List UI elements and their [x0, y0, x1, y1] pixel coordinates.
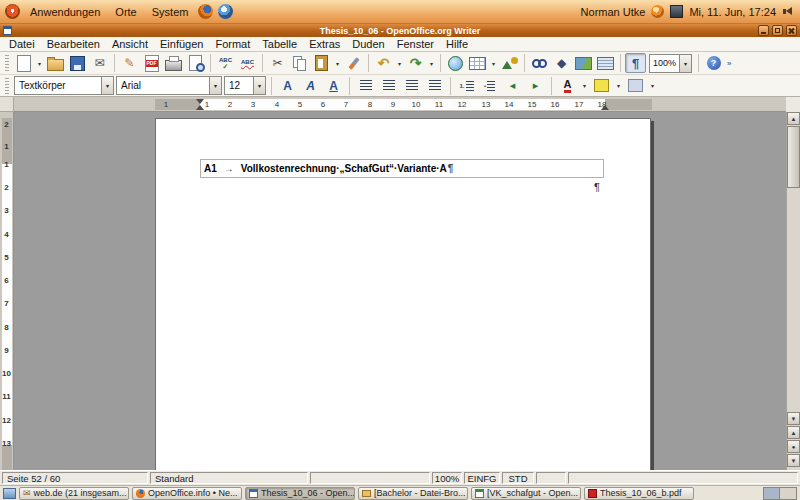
vertical-ruler[interactable]: 2 1 1 2 3 4 5 6 7 8 9 10 11 12 13 [0, 112, 14, 470]
hyperlink-button[interactable] [445, 53, 466, 73]
insert-table-button[interactable] [467, 53, 488, 73]
panel-clock[interactable]: Mi, 11. Jun, 17:24 [689, 6, 776, 18]
window-titlebar[interactable]: Thesis_10_06 - OpenOffice.org Writer [0, 24, 800, 37]
network-tray-icon[interactable] [670, 5, 683, 18]
style-dropdown-icon[interactable]: ▾ [101, 77, 113, 94]
update-notifier-icon[interactable] [651, 5, 664, 18]
task-button-browser[interactable]: OpenOffice.info • Ne... [132, 487, 242, 500]
next-page-button[interactable]: ▼ [787, 454, 800, 467]
paragraph-style-combo[interactable]: Textkörper ▾ [14, 76, 114, 95]
document-page[interactable]: A1 → Vollkostenrechnung·„SchafGut“·Varia… [155, 118, 651, 470]
font-size-combo[interactable]: 12 ▾ [224, 76, 266, 95]
font-dropdown-icon[interactable]: ▾ [209, 77, 221, 94]
bold-button[interactable]: A [277, 76, 298, 96]
workspace-1[interactable] [764, 488, 780, 499]
email-document-button[interactable]: ✉ [89, 53, 110, 73]
navigator-button[interactable]: ◆ [551, 53, 572, 73]
panel-menu-system[interactable]: System [147, 4, 194, 20]
insert-table-dropdown[interactable]: ▾ [489, 53, 498, 73]
undo-button[interactable]: ↶ [373, 53, 394, 73]
paste-button[interactable] [311, 53, 332, 73]
zoom-dropdown-icon[interactable]: ▾ [679, 55, 691, 72]
bullet-list-button[interactable]: • [479, 76, 500, 96]
navigation-button[interactable]: ● [787, 440, 800, 453]
status-page-style[interactable]: Standard [150, 472, 308, 484]
task-button-filebrowser[interactable]: [Bachelor - Datei-Bro... [358, 487, 468, 500]
zoom-combo[interactable]: 100% ▾ [649, 54, 692, 73]
autospellcheck-button[interactable]: ABC [237, 53, 258, 73]
background-color-dropdown[interactable]: ▾ [648, 76, 657, 96]
user-switcher-label[interactable]: Norman Utke [581, 6, 646, 18]
menu-einfuegen[interactable]: Einfügen [154, 38, 209, 50]
draw-functions-button[interactable] [499, 53, 520, 73]
highlighting-button[interactable] [591, 76, 612, 96]
toolbar-drag-handle[interactable] [5, 78, 9, 94]
panel-menu-orte[interactable]: Orte [110, 4, 141, 20]
horizontal-ruler[interactable]: 1 1 2 3 4 5 6 7 8 9 10 11 12 13 14 15 16… [14, 97, 786, 112]
numbered-list-button[interactable]: 1. [456, 76, 477, 96]
task-button-thesis[interactable]: Thesis_10_06 - Open... [245, 487, 355, 500]
panel-menu-anwendungen[interactable]: Anwendungen [25, 4, 105, 20]
menu-datei[interactable]: Datei [3, 38, 41, 50]
menu-extras[interactable]: Extras [303, 38, 346, 50]
highlighting-dropdown[interactable]: ▾ [614, 76, 623, 96]
export-pdf-button[interactable]: PDF [141, 53, 162, 73]
paste-dropdown[interactable]: ▾ [333, 53, 342, 73]
spellcheck-button[interactable]: ABC [215, 53, 236, 73]
print-button[interactable] [163, 53, 184, 73]
previous-page-button[interactable]: ▲ [787, 426, 800, 439]
increase-indent-button[interactable]: ▸ [525, 76, 546, 96]
menu-fenster[interactable]: Fenster [391, 38, 440, 50]
edit-file-button[interactable]: ✎ [119, 53, 140, 73]
italic-button[interactable]: A [300, 76, 321, 96]
firefox-launcher-icon[interactable] [198, 4, 213, 19]
help-button[interactable]: ? [703, 53, 724, 73]
status-zoom[interactable]: 100% [432, 472, 462, 484]
document-table-row[interactable]: A1 → Vollkostenrechnung·„SchafGut“·Varia… [200, 159, 604, 178]
new-document-button[interactable] [13, 53, 34, 73]
menu-ansicht[interactable]: Ansicht [106, 38, 154, 50]
workspace-2[interactable] [780, 488, 796, 499]
page-preview-button[interactable] [185, 53, 206, 73]
toolbar-overflow-button[interactable]: » [727, 59, 731, 68]
status-page-number[interactable]: Seite 52 / 60 [2, 472, 148, 484]
font-color-button[interactable]: A [557, 76, 578, 96]
status-selection-mode[interactable]: STD [502, 472, 534, 484]
task-button-webde[interactable]: ✉ web.de (21 insgesam... [19, 487, 129, 500]
data-sources-button[interactable] [595, 53, 616, 73]
scroll-up-button[interactable]: ▲ [787, 112, 800, 125]
font-name-combo[interactable]: Arial ▾ [116, 76, 222, 95]
right-indent-marker[interactable] [601, 105, 609, 110]
menu-hilfe[interactable]: Hilfe [440, 38, 474, 50]
find-replace-button[interactable] [529, 53, 550, 73]
scrollbar-thumb[interactable] [787, 126, 800, 188]
volume-icon[interactable] [782, 5, 795, 18]
gallery-button[interactable] [573, 53, 594, 73]
redo-dropdown[interactable]: ▾ [427, 53, 436, 73]
maximize-button[interactable] [772, 25, 783, 36]
copy-button[interactable] [289, 53, 310, 73]
font-color-dropdown[interactable]: ▾ [580, 76, 589, 96]
justify-button[interactable] [424, 76, 445, 96]
menu-tabelle[interactable]: Tabelle [256, 38, 303, 50]
toolbar-drag-handle[interactable] [5, 55, 9, 71]
menu-duden[interactable]: Duden [346, 38, 390, 50]
align-center-button[interactable] [378, 76, 399, 96]
close-button[interactable] [786, 25, 797, 36]
applications-logo-icon[interactable] [5, 4, 20, 19]
redo-button[interactable]: ↷ [405, 53, 426, 73]
menu-format[interactable]: Format [209, 38, 256, 50]
menu-bearbeiten[interactable]: Bearbeiten [41, 38, 106, 50]
first-line-indent-marker[interactable] [196, 99, 204, 104]
open-button[interactable] [45, 53, 66, 73]
format-paintbrush-button[interactable] [343, 53, 364, 73]
size-dropdown-icon[interactable]: ▾ [253, 77, 265, 94]
align-left-button[interactable] [355, 76, 376, 96]
scroll-down-button[interactable]: ▼ [787, 412, 800, 425]
background-color-button[interactable] [625, 76, 646, 96]
show-desktop-icon[interactable] [3, 488, 16, 499]
app-launcher-icon[interactable] [218, 4, 233, 19]
status-insert-mode[interactable]: EINFG [464, 472, 500, 484]
align-right-button[interactable] [401, 76, 422, 96]
minimize-button[interactable] [758, 25, 769, 36]
